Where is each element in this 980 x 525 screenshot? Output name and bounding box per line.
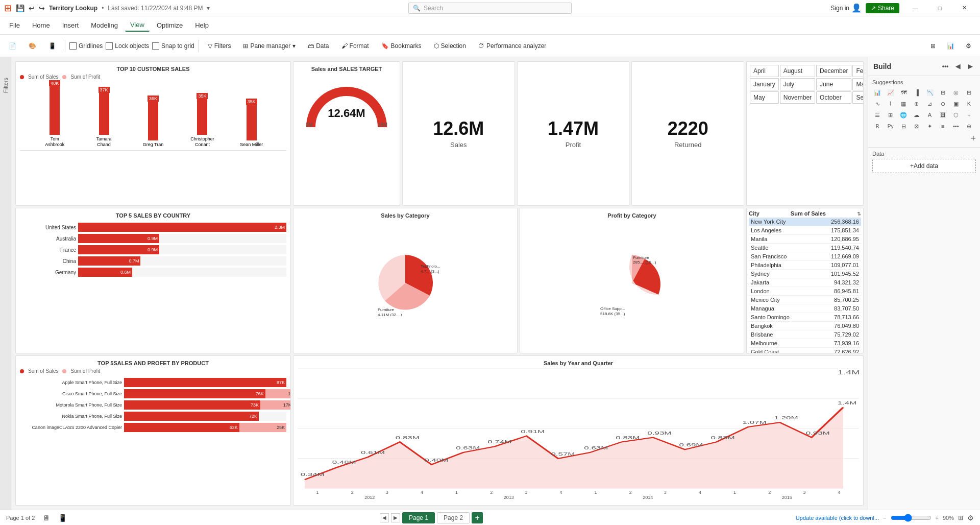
lock-objects-checkbox[interactable]: Lock objects xyxy=(106,42,149,50)
zoom-slider[interactable] xyxy=(891,514,932,522)
viz-area[interactable]: ∿ xyxy=(872,99,883,109)
bookmarks-btn[interactable]: 🔖 Bookmarks xyxy=(377,40,426,52)
settings-icon[interactable]: ⚙ xyxy=(967,514,974,522)
viz-line[interactable]: 📉 xyxy=(925,87,935,98)
viz-ribbon[interactable]: ⌇ xyxy=(886,99,896,109)
viz-py[interactable]: Py xyxy=(886,121,896,131)
toolbar-extra-2[interactable]: 📊 xyxy=(942,40,959,52)
toolbar-pages[interactable]: 📄 xyxy=(4,40,21,52)
format-btn[interactable]: 🖌 Format xyxy=(337,40,374,52)
viz-more[interactable]: + xyxy=(964,110,974,120)
viz-smart[interactable]: ✦ xyxy=(925,121,935,131)
viz-gauge[interactable]: ⊙ xyxy=(938,99,948,109)
data-btn[interactable]: 🗃 Data xyxy=(303,40,333,52)
panel-collapse-left-btn[interactable]: ◀ xyxy=(952,61,963,71)
viz-bar3[interactable]: ▐ xyxy=(912,87,922,98)
month-march[interactable]: March xyxy=(852,78,864,90)
viz-scatter[interactable]: ⊞ xyxy=(938,87,948,98)
selection-btn[interactable]: ⬡ Selection xyxy=(429,40,471,52)
gridlines-checkbox[interactable]: Gridlines xyxy=(69,42,103,50)
viz-bar2[interactable]: 📈 xyxy=(886,87,896,98)
viz-dots[interactable]: ••• xyxy=(951,121,961,131)
viz-slicer[interactable]: ☰ xyxy=(872,110,883,120)
toolbar-mobile[interactable]: 📱 xyxy=(44,40,61,52)
menu-view[interactable]: View xyxy=(125,19,150,32)
viz-decomp[interactable]: ⊠ xyxy=(912,121,922,131)
snap-to-grid-checkbox[interactable]: Snap to grid xyxy=(152,42,194,50)
menu-insert[interactable]: Insert xyxy=(57,19,84,31)
plus-expand-icon[interactable]: + xyxy=(970,133,976,144)
menu-help[interactable]: Help xyxy=(190,19,214,31)
save-icon[interactable]: 💾 xyxy=(16,4,24,12)
viz-image[interactable]: 🖼 xyxy=(938,110,948,120)
viz-table[interactable]: ⊟ xyxy=(964,87,974,98)
viz-waterfall[interactable]: ⊕ xyxy=(912,99,922,109)
city-row-santo[interactable]: Santo Domingo 78,713.66 xyxy=(749,313,861,322)
city-row-sf[interactable]: San Francisco 112,669.09 xyxy=(749,252,861,261)
month-april[interactable]: April xyxy=(750,65,779,77)
add-data-button[interactable]: +Add data xyxy=(872,159,976,173)
viz-qr[interactable]: ⊟ xyxy=(898,121,909,131)
viz-add-more[interactable]: ⊕ xyxy=(964,121,974,131)
viz-card[interactable]: ▣ xyxy=(951,99,961,109)
menu-file[interactable]: File xyxy=(4,19,25,31)
update-text[interactable]: Update available (click to downl... xyxy=(796,515,879,521)
menu-home[interactable]: Home xyxy=(27,19,55,31)
city-row-managua[interactable]: Managua 83,707.50 xyxy=(749,304,861,313)
toolbar-extra-3[interactable]: ⚙ xyxy=(961,40,976,52)
zoom-out-btn[interactable]: − xyxy=(883,515,886,521)
viz-filled-map[interactable]: 🌐 xyxy=(898,110,909,120)
month-february[interactable]: February xyxy=(852,65,864,77)
month-july[interactable]: July xyxy=(780,78,815,90)
share-button[interactable]: ↗ Share xyxy=(866,3,899,13)
city-row-goldcoast[interactable]: Gold Coast 72,626.92 xyxy=(749,348,861,353)
filters-btn[interactable]: ▽ Filters xyxy=(203,40,236,52)
city-row-seattle[interactable]: Seattle 119,540.74 xyxy=(749,244,861,252)
city-row-london[interactable]: London 86,945.81 xyxy=(749,287,861,296)
viz-map[interactable]: 🗺 xyxy=(898,87,909,98)
city-row-sydney[interactable]: Sydney 101,945.52 xyxy=(749,270,861,278)
maximize-button[interactable]: □ xyxy=(928,0,951,16)
dropdown-icon[interactable]: ▾ xyxy=(207,5,210,12)
performance-btn[interactable]: ⏱ Performance analyzer xyxy=(474,40,551,52)
search-box[interactable]: 🔍 Search xyxy=(408,3,572,14)
close-button[interactable]: ✕ xyxy=(952,0,976,16)
menu-modeling[interactable]: Modeling xyxy=(86,19,123,31)
viz-shapes[interactable]: ⬡ xyxy=(951,110,961,120)
pane-manager-btn[interactable]: ⊞ Pane manager ▾ xyxy=(238,40,300,52)
viz-matrix[interactable]: ⊞ xyxy=(886,110,896,120)
month-december[interactable]: December xyxy=(816,65,851,77)
city-row-philly[interactable]: Philadelphia 109,077.01 xyxy=(749,261,861,270)
fit-btn[interactable]: ⊞ xyxy=(958,514,963,521)
month-november[interactable]: November xyxy=(780,91,815,104)
panel-expand-btn[interactable]: ▶ xyxy=(965,61,975,71)
city-row-manila[interactable]: Manila 120,886.95 xyxy=(749,235,861,244)
toolbar-theme[interactable]: 🎨 xyxy=(24,40,41,52)
viz-kpi[interactable]: K xyxy=(964,99,974,109)
page-prev-btn[interactable]: ◀ xyxy=(380,513,389,522)
viz-donut[interactable]: ◎ xyxy=(951,87,961,98)
month-august[interactable]: August xyxy=(780,65,815,77)
month-may[interactable]: May xyxy=(750,91,779,104)
city-row-nyc[interactable]: New York City 256,368.16 xyxy=(749,218,861,226)
viz-r[interactable]: R xyxy=(872,121,883,131)
view-icon-tablet[interactable]: 📱 xyxy=(58,514,67,522)
viz-azure[interactable]: ☁ xyxy=(912,110,922,120)
zoom-in-btn[interactable]: + xyxy=(936,515,939,521)
undo-icon[interactable]: ↩ xyxy=(29,4,35,12)
month-june[interactable]: June xyxy=(816,78,851,90)
panel-more-btn[interactable]: ••• xyxy=(940,61,950,71)
viz-paginated[interactable]: ≡ xyxy=(938,121,948,131)
add-page-button[interactable]: + xyxy=(472,512,483,523)
redo-icon[interactable]: ↪ xyxy=(39,4,45,12)
city-row-jakarta[interactable]: Jakarta 94,321.32 xyxy=(749,278,861,287)
viz-funnel[interactable]: ⊿ xyxy=(925,99,935,109)
city-row-melbourne[interactable]: Melbourne 73,939.16 xyxy=(749,339,861,348)
month-october[interactable]: October xyxy=(816,91,851,104)
page-next-btn[interactable]: ▶ xyxy=(391,513,400,522)
city-row-mexico[interactable]: Mexico City 85,700.25 xyxy=(749,296,861,304)
city-row-la[interactable]: Los Angeles 175,851.34 xyxy=(749,226,861,235)
table-scroll-icon[interactable]: ⇅ xyxy=(857,211,861,217)
city-row-brisbane[interactable]: Brisbane 75,729.02 xyxy=(749,330,861,339)
month-september[interactable]: September xyxy=(852,91,864,104)
